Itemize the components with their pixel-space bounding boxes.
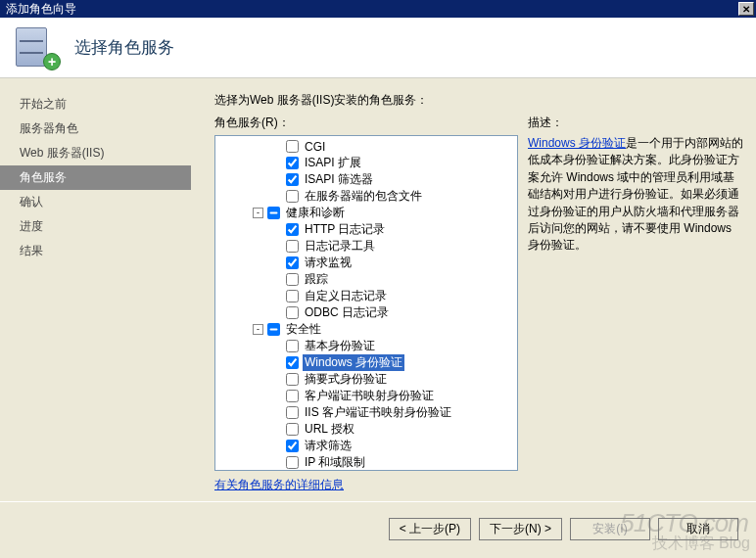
tree-label[interactable]: 摘要式身份验证 <box>303 371 389 388</box>
nav-item[interactable]: 确认 <box>0 190 191 214</box>
tree-checkbox[interactable] <box>286 190 299 203</box>
tree-checkbox[interactable] <box>286 290 299 302</box>
tree-node[interactable]: Windows 身份验证 <box>215 354 517 371</box>
nav-item[interactable]: 角色服务 <box>0 165 191 190</box>
tree-node[interactable]: 基本身份验证 <box>215 338 517 354</box>
nav-item[interactable]: 结果 <box>0 239 191 263</box>
install-button: 安装(I) <box>570 518 650 540</box>
tree-label[interactable]: 跟踪 <box>303 271 330 288</box>
tree-label[interactable]: ISAPI 筛选器 <box>303 171 375 188</box>
tree-checkbox[interactable] <box>286 406 299 419</box>
tree-checkbox[interactable] <box>286 140 299 153</box>
nav-item[interactable]: 服务器角色 <box>0 116 191 141</box>
tree-label[interactable]: HTTP 日志记录 <box>303 221 387 238</box>
prev-button[interactable]: < 上一步(P) <box>389 518 471 540</box>
next-button[interactable]: 下一步(N) > <box>479 518 562 540</box>
tree-checkbox[interactable] <box>286 157 299 169</box>
tree-checkbox[interactable] <box>286 340 299 352</box>
nav-item[interactable]: Web 服务器(IIS) <box>0 141 191 165</box>
content-pane: 选择为Web 服务器(IIS)安装的角色服务： 角色服务(R)： CGIISAP… <box>191 78 756 501</box>
tree-checkbox[interactable] <box>286 223 299 236</box>
tree-checkbox[interactable] <box>286 373 299 386</box>
role-services-tree[interactable]: CGIISAPI 扩展ISAPI 筛选器在服务器端的包含文件-健康和诊断HTTP… <box>214 135 518 471</box>
tree-label[interactable]: IIS 客户端证书映射身份验证 <box>303 404 453 421</box>
cancel-button[interactable]: 取消 <box>658 518 738 540</box>
tree-node[interactable]: 自定义日志记录 <box>215 288 517 304</box>
wizard-footer: < 上一步(P) 下一步(N) > 安装(I) 取消 51CTO.com 技术博… <box>0 501 756 556</box>
expand-toggle[interactable]: - <box>253 208 263 218</box>
tree-checkbox[interactable] <box>267 207 280 219</box>
tree-node[interactable]: 日志记录工具 <box>215 238 517 255</box>
nav-item[interactable]: 开始之前 <box>0 92 191 116</box>
tree-node[interactable]: IP 和域限制 <box>215 454 517 471</box>
tree-node[interactable]: ISAPI 扩展 <box>215 155 517 171</box>
description-label: 描述： <box>528 115 746 131</box>
tree-label[interactable]: 健康和诊断 <box>284 205 347 221</box>
tree-checkbox[interactable] <box>286 306 299 319</box>
tree-checkbox[interactable] <box>286 456 299 469</box>
tree-node[interactable]: ODBC 日志记录 <box>215 304 517 321</box>
wizard-header: + 选择角色服务 <box>0 18 756 78</box>
title-bar: 添加角色向导 ✕ <box>0 0 756 18</box>
tree-checkbox[interactable] <box>286 173 299 186</box>
tree-node[interactable]: IIS 客户端证书映射身份验证 <box>215 404 517 421</box>
description-pane: 描述： Windows 身份验证是一个用于内部网站的低成本身份验证解决方案。此身… <box>528 115 746 493</box>
tree-label: 角色服务(R)： <box>214 115 518 131</box>
tree-node[interactable]: 跟踪 <box>215 271 517 288</box>
instruction-text: 选择为Web 服务器(IIS)安装的角色服务： <box>214 92 746 109</box>
description-link[interactable]: Windows 身份验证 <box>528 136 626 150</box>
page-title: 选择角色服务 <box>74 36 174 59</box>
tree-label[interactable]: 请求监视 <box>303 255 354 271</box>
expand-toggle[interactable]: - <box>253 324 263 335</box>
tree-checkbox[interactable] <box>286 423 299 436</box>
tree-node[interactable]: -安全性 <box>215 321 517 338</box>
tree-label[interactable]: 日志记录工具 <box>303 238 377 255</box>
server-icon: + <box>16 27 57 69</box>
tree-node[interactable]: ISAPI 筛选器 <box>215 171 517 188</box>
tree-node[interactable]: HTTP 日志记录 <box>215 221 517 238</box>
tree-checkbox[interactable] <box>286 390 299 402</box>
tree-label[interactable]: CGI <box>303 140 327 154</box>
tree-label[interactable]: 安全性 <box>284 321 323 338</box>
tree-node[interactable]: -健康和诊断 <box>215 205 517 221</box>
tree-node[interactable]: 请求监视 <box>215 255 517 271</box>
window-title: 添加角色向导 <box>6 1 76 18</box>
description-text: Windows 身份验证是一个用于内部网站的低成本身份验证解决方案。此身份验证方… <box>528 135 746 255</box>
tree-node[interactable]: 请求筛选 <box>215 438 517 454</box>
tree-checkbox[interactable] <box>286 440 299 452</box>
more-info-link[interactable]: 有关角色服务的详细信息 <box>214 477 518 493</box>
tree-checkbox[interactable] <box>267 323 280 336</box>
tree-label[interactable]: 请求筛选 <box>303 438 354 454</box>
tree-node[interactable]: 摘要式身份验证 <box>215 371 517 388</box>
tree-node[interactable]: URL 授权 <box>215 421 517 438</box>
tree-checkbox[interactable] <box>286 256 299 269</box>
tree-label[interactable]: URL 授权 <box>303 421 356 438</box>
close-button[interactable]: ✕ <box>738 2 754 16</box>
tree-label[interactable]: 在服务器端的包含文件 <box>303 188 424 205</box>
tree-node[interactable]: CGI <box>215 138 517 155</box>
tree-label[interactable]: ODBC 日志记录 <box>303 304 391 321</box>
tree-label[interactable]: ISAPI 扩展 <box>303 155 363 171</box>
tree-label[interactable]: 自定义日志记录 <box>303 288 389 304</box>
tree-label[interactable]: IP 和域限制 <box>303 454 367 471</box>
tree-label[interactable]: 基本身份验证 <box>303 338 377 354</box>
wizard-nav: 开始之前服务器角色Web 服务器(IIS)角色服务确认进度结果 <box>0 78 191 501</box>
tree-node[interactable]: 客户端证书映射身份验证 <box>215 388 517 404</box>
tree-checkbox[interactable] <box>286 273 299 286</box>
tree-label[interactable]: Windows 身份验证 <box>303 354 404 371</box>
tree-node[interactable]: 在服务器端的包含文件 <box>215 188 517 205</box>
nav-item[interactable]: 进度 <box>0 214 191 239</box>
tree-label[interactable]: 客户端证书映射身份验证 <box>303 388 436 404</box>
tree-checkbox[interactable] <box>286 240 299 253</box>
tree-checkbox[interactable] <box>286 356 299 369</box>
